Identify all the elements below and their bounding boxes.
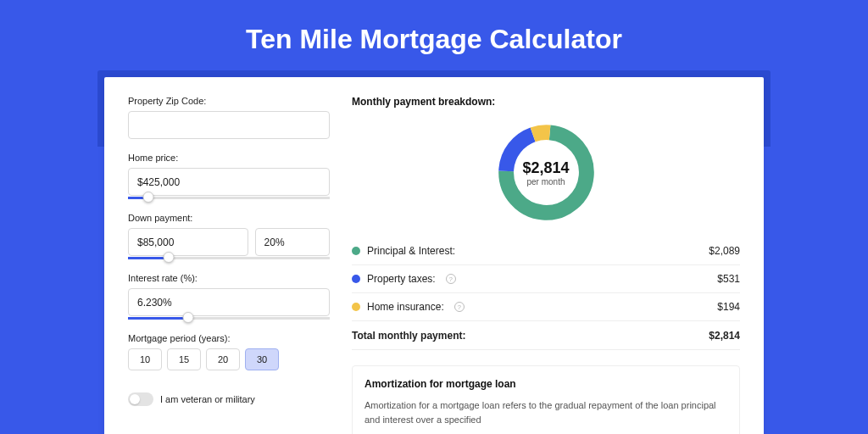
period-group: Mortgage period (years): 10 15 20 30: [128, 333, 330, 370]
row-total-value: $2,814: [709, 330, 740, 342]
calculator-card: Property Zip Code: Home price: Down paym…: [104, 77, 764, 434]
rate-slider-fill: [128, 317, 188, 320]
info-icon[interactable]: ?: [446, 274, 456, 284]
page-title: Ten Mile Mortgage Calculator: [0, 0, 868, 70]
row-taxes-value: $531: [717, 273, 740, 285]
zip-input[interactable]: [128, 111, 330, 139]
amortization-title: Amortization for mortgage loan: [364, 378, 727, 390]
period-btn-20[interactable]: 20: [206, 348, 240, 370]
dot-principal-icon: [352, 247, 360, 255]
row-insurance-value: $194: [717, 301, 740, 313]
veteran-toggle-knob: [130, 394, 140, 404]
row-principal-value: $2,089: [709, 245, 740, 257]
donut-amount: $2,814: [522, 159, 569, 177]
row-total: Total monthly payment: $2,814: [352, 321, 740, 350]
down-label: Down payment:: [128, 213, 330, 223]
row-insurance-label: Home insurance:: [367, 301, 444, 313]
price-slider-knob[interactable]: [142, 192, 153, 203]
down-group: Down payment:: [128, 213, 330, 259]
rate-input[interactable]: [128, 288, 330, 316]
period-options: 10 15 20 30: [128, 348, 330, 370]
price-input[interactable]: [128, 168, 330, 196]
row-principal: Principal & Interest: $2,089: [352, 237, 740, 265]
donut-chart-wrap: $2,814 per month: [352, 114, 740, 237]
period-btn-10[interactable]: 10: [128, 348, 162, 370]
amortization-section: Amortization for mortgage loan Amortizat…: [352, 365, 740, 434]
row-taxes-label: Property taxes:: [367, 273, 436, 285]
dot-taxes-icon: [352, 275, 360, 283]
rate-slider-knob[interactable]: [183, 312, 194, 323]
veteran-row: I am veteran or military: [128, 392, 330, 406]
veteran-label: I am veteran or military: [160, 394, 255, 404]
row-insurance: Home insurance: ? $194: [352, 293, 740, 321]
veteran-toggle[interactable]: [128, 392, 153, 406]
row-taxes: Property taxes: ? $531: [352, 265, 740, 293]
period-btn-30[interactable]: 30: [245, 348, 279, 370]
period-label: Mortgage period (years):: [128, 333, 330, 343]
amortization-text: Amortization for a mortgage loan refers …: [364, 398, 727, 426]
donut-sub: per month: [526, 177, 565, 186]
donut-chart: $2,814 per month: [493, 120, 599, 225]
breakdown-panel: Monthly payment breakdown: $2,814 per mo…: [352, 96, 740, 434]
period-btn-15[interactable]: 15: [167, 348, 201, 370]
dot-insurance-icon: [352, 303, 360, 311]
info-icon[interactable]: ?: [454, 302, 465, 312]
down-slider[interactable]: [128, 257, 330, 259]
rate-slider[interactable]: [128, 317, 330, 320]
down-slider-knob[interactable]: [163, 252, 174, 263]
donut-center: $2,814 per month: [493, 120, 599, 225]
input-panel: Property Zip Code: Home price: Down paym…: [128, 96, 330, 434]
zip-label: Property Zip Code:: [128, 96, 330, 106]
rate-label: Interest rate (%):: [128, 273, 330, 283]
price-slider[interactable]: [128, 197, 330, 199]
down-amount-input[interactable]: [128, 228, 248, 256]
price-group: Home price:: [128, 153, 330, 199]
price-label: Home price:: [128, 153, 330, 163]
breakdown-title: Monthly payment breakdown:: [352, 96, 740, 108]
row-principal-label: Principal & Interest:: [367, 245, 455, 257]
row-total-label: Total monthly payment:: [352, 330, 465, 342]
rate-group: Interest rate (%):: [128, 273, 330, 320]
zip-group: Property Zip Code:: [128, 96, 330, 139]
down-pct-input[interactable]: [255, 228, 330, 256]
